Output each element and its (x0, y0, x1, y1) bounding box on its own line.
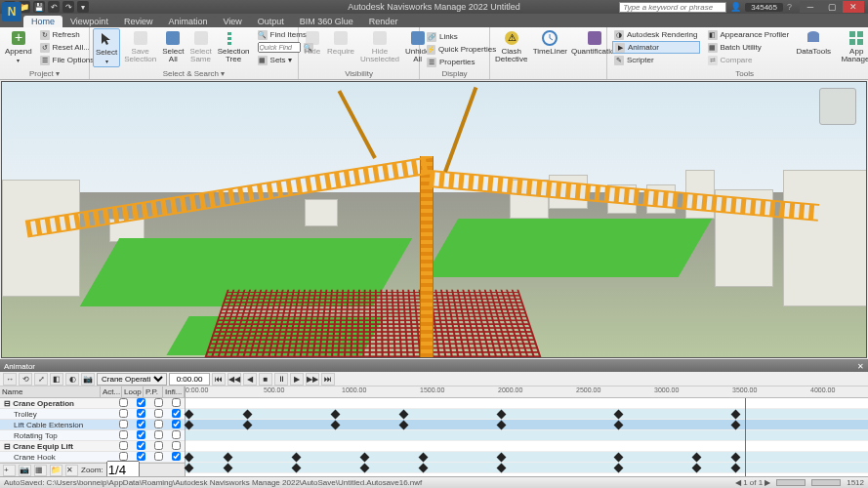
anim-row-2[interactable]: Lift Cable Extension (0, 420, 185, 430)
pp-checkbox[interactable] (154, 409, 163, 418)
keyframe[interactable] (614, 421, 624, 430)
pp-checkbox[interactable] (154, 441, 163, 450)
track-2[interactable] (186, 420, 868, 430)
active-checkbox[interactable] (119, 420, 128, 428)
sheet-pager[interactable]: ◀ 1 of 1 ▶ (735, 478, 770, 487)
loop-checkbox[interactable] (137, 452, 145, 461)
loop-checkbox[interactable] (137, 409, 145, 418)
active-checkbox[interactable] (119, 441, 128, 450)
anim-row-1[interactable]: Trolley (0, 409, 185, 420)
capture-keyframe-button[interactable]: 📷 (81, 373, 95, 386)
keyframe[interactable] (497, 421, 507, 430)
rewind-button[interactable]: ⏮ (212, 373, 226, 386)
tab-render[interactable]: Render (361, 16, 406, 27)
keyframe[interactable] (731, 410, 741, 420)
active-checkbox[interactable] (119, 409, 128, 418)
zoom-input[interactable] (106, 461, 140, 476)
help-icon[interactable]: ? (787, 2, 792, 12)
loop-checkbox[interactable] (137, 430, 145, 439)
keyframe[interactable] (731, 421, 741, 430)
tab-animation[interactable]: Animation (160, 16, 215, 27)
col-name[interactable]: Name (0, 386, 101, 397)
rotate-tool-button[interactable]: ⟲ (19, 373, 32, 386)
pp-checkbox[interactable] (154, 398, 163, 407)
add-set-button[interactable]: ▦ (34, 465, 47, 476)
stop-button[interactable]: ■ (259, 373, 272, 386)
append-button[interactable]: + Append▾ (3, 28, 34, 65)
keyframe[interactable] (692, 453, 702, 463)
keyframe[interactable] (292, 464, 302, 473)
appearance-profiler-button[interactable]: ◧Appearance Profiler (706, 28, 792, 41)
track-5[interactable] (186, 452, 868, 463)
keyframe[interactable] (614, 453, 624, 463)
animator-close-button[interactable]: ✕ (857, 362, 864, 371)
end-button[interactable]: ⏭ (321, 373, 335, 386)
active-checkbox[interactable] (119, 452, 128, 461)
track-3[interactable] (186, 430, 868, 441)
batch-utility-button[interactable]: ▦Batch Utility (706, 41, 792, 54)
pp-checkbox[interactable] (154, 420, 163, 428)
col-pp[interactable]: P.P. (144, 386, 163, 397)
keyframe[interactable] (731, 464, 741, 473)
tab-viewpoint[interactable]: Viewpoint (62, 16, 116, 27)
keyframe[interactable] (331, 421, 341, 430)
panel-label-project[interactable]: Project ▾ (0, 69, 89, 79)
keyframe[interactable] (360, 453, 370, 463)
infinite-checkbox[interactable] (172, 430, 181, 439)
keyframe[interactable] (497, 453, 507, 463)
panel-label-select[interactable]: Select & Search ▾ (90, 69, 298, 79)
col-infinite[interactable]: Infi... (163, 386, 185, 397)
play-back-button[interactable]: ◀ (243, 373, 257, 386)
step-forward-button[interactable]: ▶▶ (306, 373, 319, 386)
file-options-button[interactable]: ☰File Options (38, 54, 97, 66)
play-button[interactable]: ▶ (290, 373, 304, 386)
keyframe[interactable] (331, 410, 341, 420)
tab-view[interactable]: View (215, 16, 249, 27)
keyframe[interactable] (185, 410, 194, 420)
infinite-checkbox[interactable] (172, 420, 181, 428)
keyframe[interactable] (224, 453, 233, 463)
track-1[interactable] (186, 409, 868, 420)
loop-checkbox[interactable] (137, 420, 145, 428)
keyframe[interactable] (243, 421, 253, 430)
infinite-checkbox[interactable] (172, 409, 181, 418)
keyframe[interactable] (731, 453, 741, 463)
keyframe[interactable] (497, 464, 507, 473)
keyword-search-input[interactable] (619, 2, 726, 13)
datatools-button[interactable]: DataTools (795, 28, 832, 57)
keyframe[interactable] (497, 410, 507, 420)
keyframe[interactable] (614, 410, 624, 420)
loop-checkbox[interactable] (137, 398, 145, 407)
keyframe[interactable] (185, 464, 194, 473)
scene-select[interactable]: Crane Operatio (97, 373, 167, 386)
step-back-button[interactable]: ◀◀ (227, 373, 241, 386)
pause-button[interactable]: ⏸ (274, 373, 288, 386)
keyframe[interactable] (399, 421, 409, 430)
translate-tool-button[interactable]: ↔ (3, 373, 17, 386)
select-button[interactable]: Select▾ (93, 28, 120, 67)
links-button[interactable]: 🔗Links (425, 30, 484, 43)
transparency-tool-button[interactable]: ◐ (65, 373, 79, 386)
col-active[interactable]: Act... (101, 386, 122, 397)
color-tool-button[interactable]: ◧ (50, 373, 63, 386)
properties-button[interactable]: ☰Properties (425, 56, 484, 68)
animator-timeline[interactable]: 0:00.00500.001000.001500.002000.002500.0… (186, 386, 868, 476)
keyframe[interactable] (399, 410, 409, 420)
active-checkbox[interactable] (119, 398, 128, 407)
time-display[interactable] (169, 373, 210, 386)
infinite-checkbox[interactable] (172, 452, 181, 461)
autodesk-rendering-button[interactable]: ◑Autodesk Rendering (612, 28, 700, 41)
scripter-button[interactable]: ✎Scripter (612, 54, 700, 66)
anim-row-0[interactable]: ⊟ Crane Operation (0, 398, 185, 409)
3d-viewport[interactable] (1, 81, 867, 358)
reset-all-button[interactable]: ↺Reset All... (38, 41, 97, 54)
keyframe[interactable] (185, 421, 194, 430)
pp-checkbox[interactable] (154, 452, 163, 461)
anim-row-3[interactable]: Rotating Top (0, 430, 185, 441)
keyframe[interactable] (360, 464, 370, 473)
quick-properties-button[interactable]: ⚡Quick Properties (425, 43, 484, 56)
infinite-checkbox[interactable] (172, 441, 181, 450)
add-folder-button[interactable]: 📁 (50, 465, 62, 476)
keyframe[interactable] (419, 453, 429, 463)
delete-button[interactable]: ✕ (65, 465, 78, 476)
